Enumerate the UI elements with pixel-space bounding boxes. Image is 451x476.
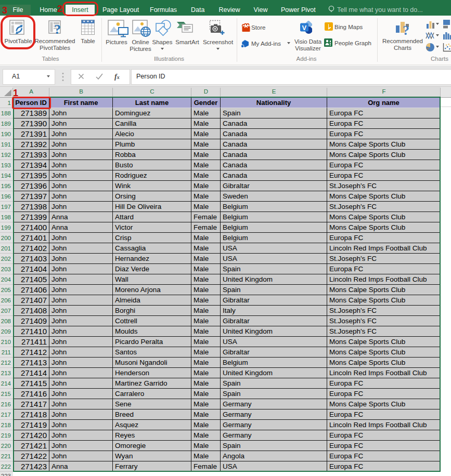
svg-text:?: ? [54,22,61,35]
svg-text:?: ? [403,23,409,36]
svg-text:V: V [302,24,307,32]
